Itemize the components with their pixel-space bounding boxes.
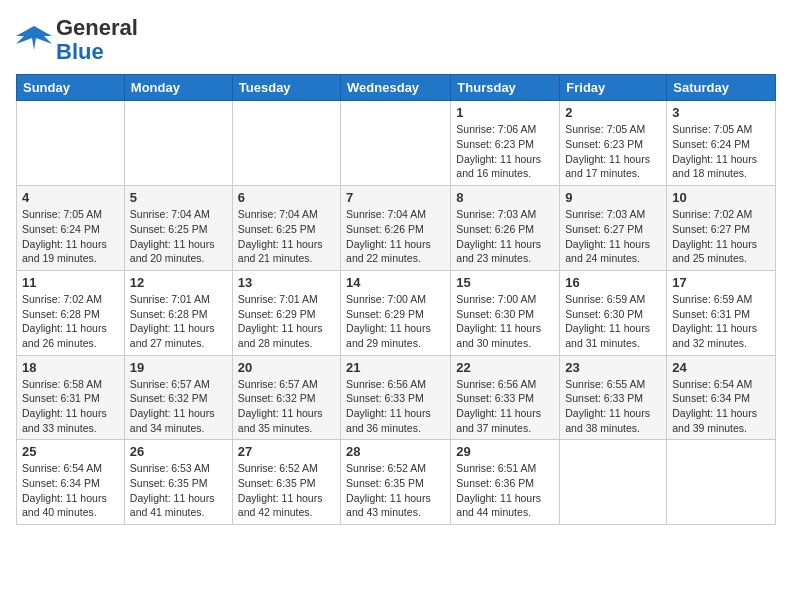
day-number: 8 — [456, 190, 554, 205]
weekday-header-wednesday: Wednesday — [341, 75, 451, 101]
day-number: 9 — [565, 190, 661, 205]
day-info: Sunrise: 6:59 AM Sunset: 6:31 PM Dayligh… — [672, 292, 770, 351]
day-number: 18 — [22, 360, 119, 375]
day-number: 17 — [672, 275, 770, 290]
calendar-cell — [667, 440, 776, 525]
calendar-cell — [124, 101, 232, 186]
day-info: Sunrise: 7:00 AM Sunset: 6:29 PM Dayligh… — [346, 292, 445, 351]
logo: GeneralBlue — [16, 16, 138, 64]
weekday-header-saturday: Saturday — [667, 75, 776, 101]
day-number: 27 — [238, 444, 335, 459]
weekday-header-row: SundayMondayTuesdayWednesdayThursdayFrid… — [17, 75, 776, 101]
day-info: Sunrise: 6:54 AM Sunset: 6:34 PM Dayligh… — [22, 461, 119, 520]
weekday-header-tuesday: Tuesday — [232, 75, 340, 101]
calendar-cell: 21Sunrise: 6:56 AM Sunset: 6:33 PM Dayli… — [341, 355, 451, 440]
calendar-cell: 11Sunrise: 7:02 AM Sunset: 6:28 PM Dayli… — [17, 270, 125, 355]
week-row-1: 1Sunrise: 7:06 AM Sunset: 6:23 PM Daylig… — [17, 101, 776, 186]
day-info: Sunrise: 7:06 AM Sunset: 6:23 PM Dayligh… — [456, 122, 554, 181]
weekday-header-friday: Friday — [560, 75, 667, 101]
week-row-5: 25Sunrise: 6:54 AM Sunset: 6:34 PM Dayli… — [17, 440, 776, 525]
calendar-cell: 26Sunrise: 6:53 AM Sunset: 6:35 PM Dayli… — [124, 440, 232, 525]
day-info: Sunrise: 7:00 AM Sunset: 6:30 PM Dayligh… — [456, 292, 554, 351]
day-info: Sunrise: 6:59 AM Sunset: 6:30 PM Dayligh… — [565, 292, 661, 351]
calendar-cell: 18Sunrise: 6:58 AM Sunset: 6:31 PM Dayli… — [17, 355, 125, 440]
week-row-4: 18Sunrise: 6:58 AM Sunset: 6:31 PM Dayli… — [17, 355, 776, 440]
calendar-cell — [17, 101, 125, 186]
calendar-cell: 22Sunrise: 6:56 AM Sunset: 6:33 PM Dayli… — [451, 355, 560, 440]
calendar-cell — [341, 101, 451, 186]
calendar-cell: 13Sunrise: 7:01 AM Sunset: 6:29 PM Dayli… — [232, 270, 340, 355]
calendar-cell: 4Sunrise: 7:05 AM Sunset: 6:24 PM Daylig… — [17, 186, 125, 271]
day-info: Sunrise: 6:52 AM Sunset: 6:35 PM Dayligh… — [346, 461, 445, 520]
svg-marker-0 — [16, 26, 52, 50]
day-info: Sunrise: 6:58 AM Sunset: 6:31 PM Dayligh… — [22, 377, 119, 436]
page-header: GeneralBlue — [16, 16, 776, 64]
day-number: 24 — [672, 360, 770, 375]
week-row-2: 4Sunrise: 7:05 AM Sunset: 6:24 PM Daylig… — [17, 186, 776, 271]
day-info: Sunrise: 7:02 AM Sunset: 6:27 PM Dayligh… — [672, 207, 770, 266]
day-number: 11 — [22, 275, 119, 290]
day-info: Sunrise: 7:05 AM Sunset: 6:23 PM Dayligh… — [565, 122, 661, 181]
day-number: 10 — [672, 190, 770, 205]
week-row-3: 11Sunrise: 7:02 AM Sunset: 6:28 PM Dayli… — [17, 270, 776, 355]
day-info: Sunrise: 7:04 AM Sunset: 6:25 PM Dayligh… — [238, 207, 335, 266]
day-number: 1 — [456, 105, 554, 120]
day-info: Sunrise: 7:02 AM Sunset: 6:28 PM Dayligh… — [22, 292, 119, 351]
day-info: Sunrise: 7:04 AM Sunset: 6:26 PM Dayligh… — [346, 207, 445, 266]
day-info: Sunrise: 7:05 AM Sunset: 6:24 PM Dayligh… — [22, 207, 119, 266]
calendar-cell — [560, 440, 667, 525]
logo-bird-icon — [16, 22, 52, 58]
day-number: 13 — [238, 275, 335, 290]
calendar-cell: 8Sunrise: 7:03 AM Sunset: 6:26 PM Daylig… — [451, 186, 560, 271]
day-number: 19 — [130, 360, 227, 375]
day-number: 5 — [130, 190, 227, 205]
logo-text: GeneralBlue — [56, 16, 138, 64]
calendar-cell — [232, 101, 340, 186]
day-number: 16 — [565, 275, 661, 290]
calendar-cell: 16Sunrise: 6:59 AM Sunset: 6:30 PM Dayli… — [560, 270, 667, 355]
day-number: 15 — [456, 275, 554, 290]
day-number: 20 — [238, 360, 335, 375]
day-info: Sunrise: 7:04 AM Sunset: 6:25 PM Dayligh… — [130, 207, 227, 266]
calendar-cell: 19Sunrise: 6:57 AM Sunset: 6:32 PM Dayli… — [124, 355, 232, 440]
day-number: 26 — [130, 444, 227, 459]
calendar-cell: 12Sunrise: 7:01 AM Sunset: 6:28 PM Dayli… — [124, 270, 232, 355]
calendar-cell: 1Sunrise: 7:06 AM Sunset: 6:23 PM Daylig… — [451, 101, 560, 186]
day-number: 2 — [565, 105, 661, 120]
day-number: 23 — [565, 360, 661, 375]
day-info: Sunrise: 6:56 AM Sunset: 6:33 PM Dayligh… — [346, 377, 445, 436]
calendar-cell: 9Sunrise: 7:03 AM Sunset: 6:27 PM Daylig… — [560, 186, 667, 271]
weekday-header-monday: Monday — [124, 75, 232, 101]
calendar-cell: 17Sunrise: 6:59 AM Sunset: 6:31 PM Dayli… — [667, 270, 776, 355]
calendar-cell: 24Sunrise: 6:54 AM Sunset: 6:34 PM Dayli… — [667, 355, 776, 440]
day-number: 22 — [456, 360, 554, 375]
day-number: 3 — [672, 105, 770, 120]
calendar-cell: 5Sunrise: 7:04 AM Sunset: 6:25 PM Daylig… — [124, 186, 232, 271]
day-info: Sunrise: 6:57 AM Sunset: 6:32 PM Dayligh… — [130, 377, 227, 436]
day-info: Sunrise: 6:52 AM Sunset: 6:35 PM Dayligh… — [238, 461, 335, 520]
calendar-cell: 29Sunrise: 6:51 AM Sunset: 6:36 PM Dayli… — [451, 440, 560, 525]
day-info: Sunrise: 6:57 AM Sunset: 6:32 PM Dayligh… — [238, 377, 335, 436]
day-number: 21 — [346, 360, 445, 375]
day-number: 6 — [238, 190, 335, 205]
day-info: Sunrise: 6:53 AM Sunset: 6:35 PM Dayligh… — [130, 461, 227, 520]
day-info: Sunrise: 6:55 AM Sunset: 6:33 PM Dayligh… — [565, 377, 661, 436]
calendar-cell: 15Sunrise: 7:00 AM Sunset: 6:30 PM Dayli… — [451, 270, 560, 355]
day-info: Sunrise: 7:01 AM Sunset: 6:29 PM Dayligh… — [238, 292, 335, 351]
calendar-cell: 7Sunrise: 7:04 AM Sunset: 6:26 PM Daylig… — [341, 186, 451, 271]
day-info: Sunrise: 7:01 AM Sunset: 6:28 PM Dayligh… — [130, 292, 227, 351]
day-number: 12 — [130, 275, 227, 290]
day-info: Sunrise: 7:05 AM Sunset: 6:24 PM Dayligh… — [672, 122, 770, 181]
weekday-header-sunday: Sunday — [17, 75, 125, 101]
calendar-cell: 28Sunrise: 6:52 AM Sunset: 6:35 PM Dayli… — [341, 440, 451, 525]
day-info: Sunrise: 6:56 AM Sunset: 6:33 PM Dayligh… — [456, 377, 554, 436]
weekday-header-thursday: Thursday — [451, 75, 560, 101]
calendar-table: SundayMondayTuesdayWednesdayThursdayFrid… — [16, 74, 776, 525]
day-number: 4 — [22, 190, 119, 205]
day-number: 28 — [346, 444, 445, 459]
day-info: Sunrise: 7:03 AM Sunset: 6:27 PM Dayligh… — [565, 207, 661, 266]
day-info: Sunrise: 7:03 AM Sunset: 6:26 PM Dayligh… — [456, 207, 554, 266]
calendar-cell: 2Sunrise: 7:05 AM Sunset: 6:23 PM Daylig… — [560, 101, 667, 186]
calendar-cell: 3Sunrise: 7:05 AM Sunset: 6:24 PM Daylig… — [667, 101, 776, 186]
calendar-cell: 14Sunrise: 7:00 AM Sunset: 6:29 PM Dayli… — [341, 270, 451, 355]
